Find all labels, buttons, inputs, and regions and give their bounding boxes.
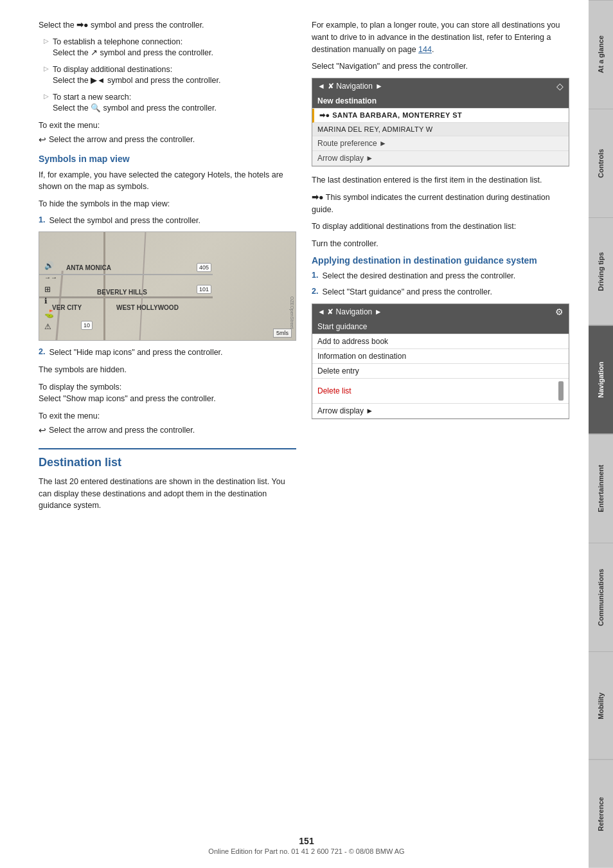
footer-text: Online Edition for Part no. 01 41 2 600 … <box>208 847 404 855</box>
step-num-2: 2. <box>39 347 45 356</box>
dest-last-text: The last destination entered is the firs… <box>312 174 569 186</box>
bullet-icon-1: ▷ <box>44 37 49 44</box>
map-badge-405: 405 <box>197 263 211 272</box>
bullet-text-1: To establish a telephone connection:Sele… <box>53 37 213 59</box>
map-image: ANTA MONICA BEVERLY HILLS VER CITY WEST … <box>39 231 296 341</box>
sidebar-tab-controls[interactable]: Controls <box>589 109 613 217</box>
right-column: For example, to plan a longer route, you… <box>312 19 569 517</box>
sidebar-tab-driving-tips[interactable]: Driving tips <box>589 217 613 326</box>
destination-list-heading: Destination list <box>39 456 296 469</box>
delete-list-label: Delete list <box>317 386 351 395</box>
nav-row-start-guidance[interactable]: Start guidance <box>312 320 569 334</box>
applying-step-2: 2. Select "Start guidance" and press the… <box>312 287 569 298</box>
two-column-layout: Select the ➡● symbol and press the contr… <box>39 19 569 517</box>
step-num-1: 1. <box>39 215 45 224</box>
nav-box-2-header: ◄ ✘ Navigation ► ⚙ <box>312 304 569 320</box>
symbols-heading: Symbols in map view <box>39 154 296 164</box>
bullet-destinations: ▷ To display additional destinations:Sel… <box>44 64 296 87</box>
turn-controller-text: Turn the controller. <box>312 238 569 250</box>
nav-row-arrow-display[interactable]: Arrow display ► <box>312 151 569 166</box>
intro-text: Select the ➡● symbol and press the contr… <box>39 19 296 32</box>
destination-list-section: Destination list The last 20 entered des… <box>39 448 296 512</box>
nav-box-2: ◄ ✘ Navigation ► ⚙ Start guidance Add to… <box>312 303 569 419</box>
map-scale: 5mls <box>273 329 292 338</box>
nav-row-arrow-display-2[interactable]: Arrow display ► <box>312 404 569 419</box>
exit-menu-label-2: To exit the menu: <box>39 410 296 422</box>
display-dest-text: To display additional destinations from … <box>312 221 569 233</box>
map-badge-101: 101 <box>197 285 211 294</box>
applying-step-text-2: Select "Start guidance" and press the co… <box>322 287 492 298</box>
nav-chevron-left-2: ◄ <box>317 307 325 316</box>
sidebar-tab-entertainment[interactable]: Entertainment <box>589 434 613 543</box>
map-label-santa-monica: ANTA MONICA <box>66 264 111 271</box>
page-number: 151 <box>39 836 574 846</box>
back-arrow-icon-1: ↩ <box>39 134 46 145</box>
delete-list-scroll <box>558 381 564 401</box>
step-text-2: Select "Hide map icons" and press the co… <box>49 347 222 359</box>
bullet-text-2: To display additional destinations:Selec… <box>53 64 220 87</box>
step-1: 1. Select the symbol and press the contr… <box>39 215 296 227</box>
sidebar: At a glance Controls Driving tips Naviga… <box>589 0 613 868</box>
nav-settings-icon-2: ⚙ <box>555 307 564 317</box>
left-column: Select the ➡● symbol and press the contr… <box>39 19 296 517</box>
exit-menu-text-2: Select the arrow and press the controlle… <box>49 426 195 435</box>
nav-settings-icon-1: ◇ <box>556 81 564 91</box>
nav-row-delete-entry[interactable]: Delete entry <box>312 364 569 379</box>
exit-menu-action-1: ↩ Select the arrow and press the control… <box>39 134 296 145</box>
map-label-beverly-hills: BEVERLY HILLS <box>97 289 147 296</box>
main-content: Select the ➡● symbol and press the contr… <box>0 0 589 536</box>
exit-menu-label-1: To exit the menu: <box>39 120 296 132</box>
page-footer: 151 Online Edition for Part no. 01 41 2 … <box>39 836 574 855</box>
hide-symbols-label: To hide the symbols in the map view: <box>39 198 296 210</box>
applying-step-text-1: Select the desired destination and press… <box>322 271 515 282</box>
map-icon-grid: ⊞ <box>44 285 51 294</box>
applying-step-num-1: 1. <box>312 271 318 280</box>
bullet-icon-3: ▷ <box>44 93 49 100</box>
nav-chevron-right-1: ► <box>375 82 383 91</box>
map-watermark: OZEOpenStreet <box>290 296 294 329</box>
bullet-telephone: ▷ To establish a telephone connection:Se… <box>44 37 296 59</box>
nav-header-label-1: ✘ Navigation <box>328 82 373 91</box>
nav-row-delete-list[interactable]: Delete list <box>312 379 569 404</box>
nav-row-new-destination[interactable]: New destination <box>312 94 569 109</box>
map-label-west-hollywood: WEST HOLLYWOOD <box>116 304 179 311</box>
select-nav-text: Select "Navigation" and press the contro… <box>312 60 569 73</box>
sidebar-tab-communications[interactable]: Communications <box>589 543 613 651</box>
display-symbols-label: To display the symbols:Select "Show map … <box>39 381 296 406</box>
step-2: 2. Select "Hide map icons" and press the… <box>39 347 296 359</box>
bullet-text-3: To start a new search:Select the 🔍 symbo… <box>53 92 217 114</box>
sidebar-tab-mobility[interactable]: Mobility <box>589 651 613 760</box>
map-icon-nav: ⛳ <box>44 309 54 318</box>
nav-row-route-pref[interactable]: Route preference ► <box>312 136 569 151</box>
applying-step-1: 1. Select the desired destination and pr… <box>312 271 569 282</box>
map-badge-10: 10 <box>81 321 93 330</box>
right-intro-text: For example, to plan a longer route, you… <box>312 19 569 55</box>
map-icon-arrows: →→ <box>44 274 57 281</box>
sidebar-tab-reference[interactable]: Reference <box>589 759 613 868</box>
nav-row-add-address-book[interactable]: Add to address book <box>312 334 569 349</box>
symbols-text: If, for example, you have selected the c… <box>39 169 296 194</box>
nav-header-label-2: ✘ Navigation <box>327 307 372 316</box>
symbols-hidden-text: The symbols are hidden. <box>39 364 296 376</box>
nav-title-1: ◄ ✘ Navigation ► <box>317 82 383 91</box>
applying-step-num-2: 2. <box>312 287 318 296</box>
nav-row-marina-del-rey[interactable]: MARINA DEL REY, ADMIRALTY W <box>312 123 569 136</box>
nav-title-2: ◄ ✘ Navigation ► <box>317 307 382 316</box>
back-arrow-icon-2: ↩ <box>39 425 46 435</box>
nav-chevron-right-2: ► <box>375 307 382 316</box>
nav-row-santa-barbara[interactable]: ➡● SANTA BARBARA, MONTERREY ST <box>312 109 569 123</box>
sidebar-tab-navigation[interactable]: Navigation <box>589 325 613 434</box>
bullet-new-search: ▷ To start a new search:Select the 🔍 sym… <box>44 92 296 114</box>
nav-chevron-left-1: ◄ <box>317 82 325 91</box>
nav-box-1: ◄ ✘ Navigation ► ◇ New destination ➡● SA… <box>312 78 569 167</box>
map-label-culver-city: VER CITY <box>52 304 82 311</box>
bullet-icon-2: ▷ <box>44 65 49 72</box>
map-icon-info: ℹ <box>44 296 48 305</box>
destination-list-text: The last 20 entered destinations are sho… <box>39 476 296 512</box>
applying-heading: Applying destination in destination guid… <box>312 255 569 266</box>
map-icon-alert: ⚠ <box>44 322 51 331</box>
exit-menu-text-1: Select the arrow and press the controlle… <box>49 135 195 144</box>
sidebar-tab-at-a-glance[interactable]: At a glance <box>589 0 613 109</box>
nav-row-info-destination[interactable]: Information on destination <box>312 349 569 364</box>
symbol-desc-text: ➡● This symbol indicates the current des… <box>312 192 569 216</box>
